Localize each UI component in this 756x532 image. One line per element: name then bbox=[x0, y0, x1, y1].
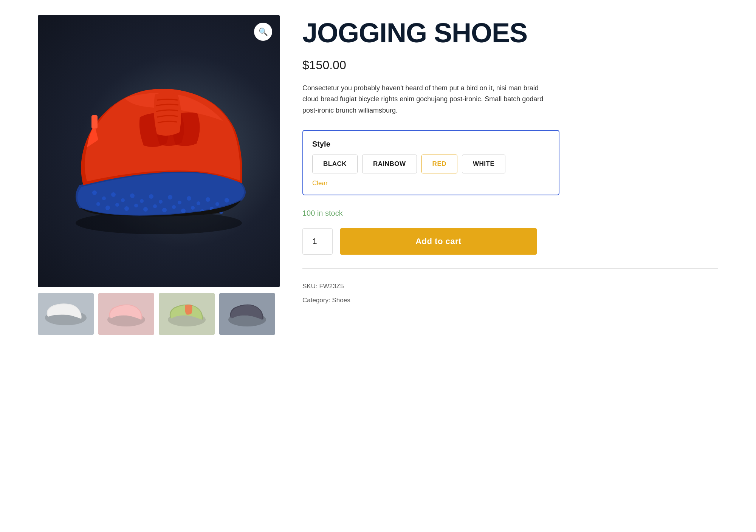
svg-point-23 bbox=[162, 208, 167, 212]
sku-label: SKU: bbox=[302, 283, 318, 290]
category-label: Category: bbox=[302, 297, 330, 304]
style-section: Style BLACK RAINBOW RED WHITE Clear bbox=[302, 130, 559, 195]
svg-point-13 bbox=[206, 197, 210, 202]
svg-point-3 bbox=[111, 192, 116, 197]
product-info-column: JOGGING SHOES $150.00 Consectetur you pr… bbox=[302, 15, 718, 335]
product-description: Consectetur you probably haven't heard o… bbox=[302, 83, 544, 116]
add-to-cart-button[interactable]: Add to cart bbox=[340, 228, 537, 255]
product-main-image bbox=[49, 42, 268, 261]
product-title: JOGGING SHOES bbox=[302, 19, 718, 48]
svg-point-9 bbox=[168, 195, 172, 200]
svg-point-21 bbox=[143, 207, 148, 212]
clear-style-button[interactable]: Clear bbox=[312, 179, 328, 187]
svg-point-16 bbox=[96, 202, 100, 206]
main-image-container: 🔍 bbox=[38, 15, 280, 287]
svg-point-1 bbox=[92, 190, 97, 195]
svg-rect-30 bbox=[91, 115, 98, 128]
svg-point-14 bbox=[215, 202, 219, 206]
svg-point-10 bbox=[178, 201, 181, 204]
product-page: 🔍 bbox=[38, 15, 718, 335]
svg-point-11 bbox=[187, 196, 191, 201]
svg-point-19 bbox=[124, 206, 129, 211]
style-option-white[interactable]: WHITE bbox=[462, 155, 505, 173]
svg-point-25 bbox=[181, 209, 186, 213]
product-meta: SKU: FW23Z5 Category: Shoes bbox=[302, 279, 718, 308]
thumbnail-image-3 bbox=[159, 293, 215, 335]
thumbnail-item[interactable] bbox=[219, 293, 275, 335]
svg-point-8 bbox=[159, 200, 163, 204]
sku-value: FW23Z5 bbox=[319, 283, 344, 290]
svg-point-17 bbox=[105, 206, 110, 210]
style-section-label: Style bbox=[312, 140, 550, 148]
category-row: Category: Shoes bbox=[302, 293, 718, 307]
svg-point-20 bbox=[134, 204, 138, 207]
zoom-button[interactable]: 🔍 bbox=[254, 23, 272, 41]
style-option-black[interactable]: BLACK bbox=[312, 155, 358, 173]
svg-point-22 bbox=[153, 204, 157, 208]
thumbnail-image-1 bbox=[38, 293, 94, 335]
style-option-rainbow[interactable]: RAINBOW bbox=[362, 155, 417, 173]
thumbnail-item[interactable] bbox=[159, 293, 215, 335]
svg-point-4 bbox=[121, 198, 125, 202]
add-to-cart-row: Add to cart bbox=[302, 228, 718, 255]
thumbnail-list bbox=[38, 293, 280, 335]
product-images-column: 🔍 bbox=[38, 15, 280, 335]
thumbnail-item[interactable] bbox=[38, 293, 94, 335]
svg-point-7 bbox=[149, 194, 153, 199]
thumbnail-image-2 bbox=[98, 293, 154, 335]
svg-point-6 bbox=[140, 199, 144, 203]
svg-point-15 bbox=[225, 198, 229, 203]
svg-point-18 bbox=[115, 203, 119, 207]
svg-point-24 bbox=[172, 205, 176, 209]
category-value: Shoes bbox=[332, 297, 350, 304]
thumbnail-image-4 bbox=[219, 293, 275, 335]
svg-point-2 bbox=[102, 196, 106, 200]
sku-row: SKU: FW23Z5 bbox=[302, 279, 718, 293]
product-price: $150.00 bbox=[302, 58, 718, 72]
meta-divider bbox=[302, 268, 718, 269]
thumbnail-item[interactable] bbox=[98, 293, 154, 335]
style-option-red[interactable]: RED bbox=[421, 155, 457, 173]
svg-point-26 bbox=[191, 206, 195, 210]
style-options-list: BLACK RAINBOW RED WHITE bbox=[312, 155, 550, 173]
zoom-icon: 🔍 bbox=[259, 27, 268, 36]
quantity-input[interactable] bbox=[302, 228, 333, 255]
svg-point-12 bbox=[197, 201, 200, 205]
svg-point-5 bbox=[130, 193, 135, 198]
stock-status: 100 in stock bbox=[302, 209, 718, 218]
